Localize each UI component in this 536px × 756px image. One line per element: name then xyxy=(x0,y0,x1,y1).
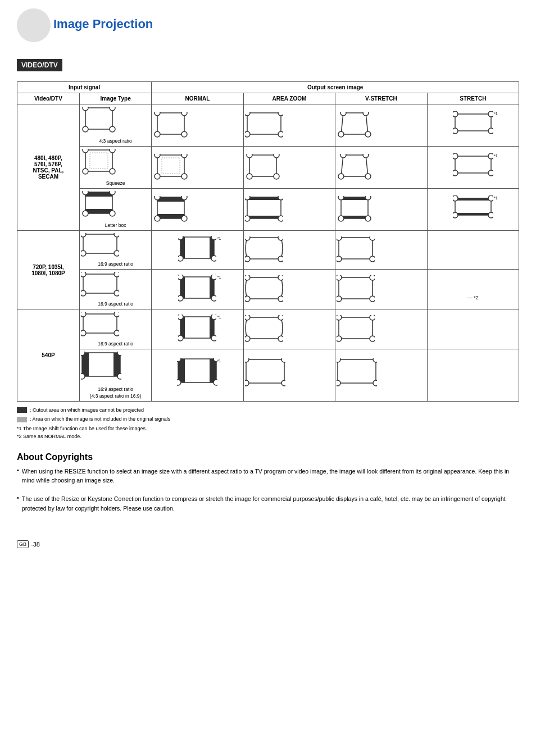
svg-point-164 xyxy=(177,358,181,362)
svg-point-123 xyxy=(278,275,283,280)
output-screen-header: Output screen image xyxy=(152,82,519,93)
legend-1: : Cutout area on which images cannot be … xyxy=(17,406,519,414)
svg-point-135 xyxy=(114,330,119,336)
image-type-4x3: 4:3 aspect ratio xyxy=(79,104,151,147)
svg-rect-137 xyxy=(180,317,185,338)
svg-point-49 xyxy=(488,170,493,176)
svg-rect-58 xyxy=(157,197,184,202)
table-row: 480I, 480P,576I, 576P,NTSC, PAL,SECAM 4:… xyxy=(17,104,519,147)
normal-16x9-a: *1 xyxy=(152,231,243,270)
svg-rect-114 xyxy=(180,277,185,298)
svg-point-82 xyxy=(488,195,493,201)
svg-point-87 xyxy=(114,233,119,237)
legend-2: : Area on which the image is not include… xyxy=(17,415,519,423)
svg-point-14 xyxy=(278,131,283,137)
svg-rect-19 xyxy=(455,114,491,131)
svg-point-134 xyxy=(81,330,86,336)
about-text-2: The use of the Resize or Keystone Correc… xyxy=(22,494,519,513)
svg-point-110 xyxy=(114,272,119,277)
svg-point-55 xyxy=(83,211,88,216)
svg-point-34 xyxy=(181,174,187,179)
svg-point-147 xyxy=(245,336,250,341)
svg-point-56 xyxy=(110,211,115,216)
svg-point-43 xyxy=(338,174,344,179)
svg-rect-85 xyxy=(83,234,117,253)
label-16x9-b: 16:9 aspect ratio xyxy=(81,301,150,307)
svg-point-142 xyxy=(211,335,216,341)
stretch-letterbox: *1 xyxy=(427,189,519,231)
label-540p-16x9: 16:9 aspect ratio xyxy=(81,341,150,347)
note-2-ref: — *2 xyxy=(429,295,517,300)
legend-dark-box xyxy=(17,407,27,413)
page-header: Image Projection xyxy=(17,11,519,42)
svg-rect-52 xyxy=(85,209,112,213)
svg-rect-131 xyxy=(83,314,117,333)
svg-point-169 xyxy=(245,358,249,362)
normal-4x3 xyxy=(152,104,243,147)
svg-point-118 xyxy=(178,295,183,301)
svg-point-122 xyxy=(245,275,250,280)
svg-point-96 xyxy=(211,256,216,261)
svg-rect-156 xyxy=(113,353,120,376)
svg-rect-71 xyxy=(341,197,368,218)
svg-point-23 xyxy=(488,128,493,134)
normal-540p-4x3in16x9: *1 xyxy=(152,349,243,402)
svg-point-174 xyxy=(337,358,340,362)
svg-point-176 xyxy=(337,380,340,386)
table-row: 16:9 aspect ratio (4:3 aspect ratio in 1… xyxy=(17,349,519,402)
svg-point-31 xyxy=(155,154,160,158)
svg-point-175 xyxy=(373,358,377,362)
svg-rect-66 xyxy=(247,216,281,218)
svg-rect-10 xyxy=(247,113,281,134)
svg-point-88 xyxy=(81,251,86,256)
svg-point-53 xyxy=(83,191,88,195)
svg-point-145 xyxy=(245,315,250,320)
about-section: About Copyrights • When using the RESIZE… xyxy=(17,452,519,518)
svg-point-54 xyxy=(110,191,115,195)
svg-rect-64 xyxy=(247,197,281,218)
svg-rect-73 xyxy=(341,216,368,218)
svg-rect-80 xyxy=(455,213,491,215)
svg-point-63 xyxy=(181,216,187,221)
vstretch-16x9-a xyxy=(335,231,427,270)
svg-point-107 xyxy=(370,256,375,262)
note-2: *2 Same as NORMAL mode. xyxy=(17,432,519,440)
image-type-540p-16x9: 16:9 aspect ratio xyxy=(79,309,151,349)
svg-rect-79 xyxy=(455,198,491,201)
svg-point-6 xyxy=(155,112,160,116)
svg-point-152 xyxy=(337,336,342,341)
vstretch-4x3 xyxy=(335,104,427,147)
svg-rect-90 xyxy=(180,237,214,258)
svg-point-3 xyxy=(83,126,88,132)
area-zoom-letterbox xyxy=(243,189,335,231)
signal-group1-label: 480I, 480P,576I, 576P,NTSC, PAL,SECAM xyxy=(17,104,80,231)
svg-point-177 xyxy=(373,380,377,386)
svg-point-128 xyxy=(370,275,375,280)
svg-point-95 xyxy=(178,256,183,261)
svg-point-8 xyxy=(155,131,160,137)
label-16x9-a: 16:9 aspect ratio xyxy=(81,261,150,267)
svg-rect-59 xyxy=(157,214,184,218)
stretch-540p-4x3in16x9 xyxy=(427,349,519,402)
svg-point-28 xyxy=(110,168,115,174)
sup-note-1d: *1 xyxy=(217,236,221,240)
svg-point-141 xyxy=(178,335,183,341)
vstretch-540p-16x9 xyxy=(335,309,427,349)
svg-point-74 xyxy=(338,196,344,200)
svg-point-172 xyxy=(281,380,285,386)
svg-point-81 xyxy=(453,195,458,201)
table-row: Letter box xyxy=(17,189,519,231)
svg-point-130 xyxy=(370,296,375,302)
vstretch-letterbox xyxy=(335,189,427,231)
image-type-16x9-a: 16:9 aspect ratio xyxy=(79,231,151,270)
about-text-1: When using the RESIZE function to select… xyxy=(22,467,519,486)
col-stretch: STRETCH xyxy=(427,93,519,104)
svg-point-33 xyxy=(155,174,160,179)
svg-point-153 xyxy=(370,336,375,341)
svg-rect-0 xyxy=(85,108,112,129)
bullet-symbol-1: • xyxy=(17,467,19,490)
image-type-squeeze: Squeeze xyxy=(79,147,151,189)
svg-point-111 xyxy=(81,290,86,296)
svg-point-15 xyxy=(340,112,346,116)
section-header: VIDEO/DTV xyxy=(17,59,62,71)
